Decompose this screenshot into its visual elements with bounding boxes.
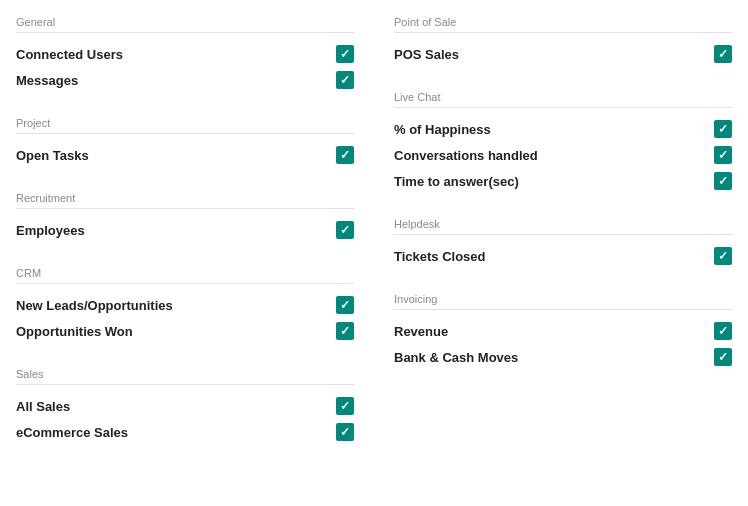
item-row: % of Happiness bbox=[394, 116, 732, 142]
item-row: Time to answer(sec) bbox=[394, 168, 732, 194]
section-project: ProjectOpen Tasks bbox=[16, 117, 354, 168]
item-row: Revenue bbox=[394, 318, 732, 344]
section-title: General bbox=[16, 16, 354, 33]
item-row: POS Sales bbox=[394, 41, 732, 67]
item-row: Employees bbox=[16, 217, 354, 243]
section-title: Helpdesk bbox=[394, 218, 732, 235]
item-row: Connected Users bbox=[16, 41, 354, 67]
checkbox-icon[interactable] bbox=[714, 120, 732, 138]
item-label: New Leads/Opportunities bbox=[16, 298, 328, 313]
checkbox-icon[interactable] bbox=[336, 221, 354, 239]
checkbox-icon[interactable] bbox=[336, 146, 354, 164]
item-label: Tickets Closed bbox=[394, 249, 706, 264]
item-label: Time to answer(sec) bbox=[394, 174, 706, 189]
section-helpdesk: HelpdeskTickets Closed bbox=[394, 218, 732, 269]
section-crm: CRMNew Leads/OpportunitiesOpportunities … bbox=[16, 267, 354, 344]
checkbox-icon[interactable] bbox=[714, 172, 732, 190]
checkbox-icon[interactable] bbox=[714, 348, 732, 366]
section-general: GeneralConnected UsersMessages bbox=[16, 16, 354, 93]
section-sales: SalesAll SaleseCommerce Sales bbox=[16, 368, 354, 445]
section-title: Sales bbox=[16, 368, 354, 385]
section-title: Live Chat bbox=[394, 91, 732, 108]
item-row: New Leads/Opportunities bbox=[16, 292, 354, 318]
checkbox-icon[interactable] bbox=[714, 322, 732, 340]
item-row: Bank & Cash Moves bbox=[394, 344, 732, 370]
section-title: Invoicing bbox=[394, 293, 732, 310]
item-label: Revenue bbox=[394, 324, 706, 339]
item-label: Open Tasks bbox=[16, 148, 328, 163]
item-label: Connected Users bbox=[16, 47, 328, 62]
checkbox-icon[interactable] bbox=[336, 45, 354, 63]
item-row: Opportunities Won bbox=[16, 318, 354, 344]
section-title: Recruitment bbox=[16, 192, 354, 209]
item-label: Opportunities Won bbox=[16, 324, 328, 339]
item-row: Tickets Closed bbox=[394, 243, 732, 269]
item-label: All Sales bbox=[16, 399, 328, 414]
item-row: Messages bbox=[16, 67, 354, 93]
item-label: Conversations handled bbox=[394, 148, 706, 163]
item-label: POS Sales bbox=[394, 47, 706, 62]
checkbox-icon[interactable] bbox=[336, 423, 354, 441]
item-row: Conversations handled bbox=[394, 142, 732, 168]
section-invoicing: InvoicingRevenueBank & Cash Moves bbox=[394, 293, 732, 370]
left-column: GeneralConnected UsersMessagesProjectOpe… bbox=[16, 16, 354, 469]
right-column: Point of SalePOS SalesLive Chat% of Happ… bbox=[394, 16, 732, 469]
item-label: % of Happiness bbox=[394, 122, 706, 137]
section-title: Project bbox=[16, 117, 354, 134]
section-recruitment: RecruitmentEmployees bbox=[16, 192, 354, 243]
checkbox-icon[interactable] bbox=[336, 397, 354, 415]
item-label: Messages bbox=[16, 73, 328, 88]
main-layout: GeneralConnected UsersMessagesProjectOpe… bbox=[16, 16, 732, 469]
section-live-chat: Live Chat% of HappinessConversations han… bbox=[394, 91, 732, 194]
section-title: CRM bbox=[16, 267, 354, 284]
checkbox-icon[interactable] bbox=[336, 296, 354, 314]
checkbox-icon[interactable] bbox=[714, 146, 732, 164]
item-row: Open Tasks bbox=[16, 142, 354, 168]
checkbox-icon[interactable] bbox=[714, 45, 732, 63]
checkbox-icon[interactable] bbox=[336, 71, 354, 89]
item-row: eCommerce Sales bbox=[16, 419, 354, 445]
checkbox-icon[interactable] bbox=[336, 322, 354, 340]
item-label: Employees bbox=[16, 223, 328, 238]
item-label: eCommerce Sales bbox=[16, 425, 328, 440]
section-title: Point of Sale bbox=[394, 16, 732, 33]
item-row: All Sales bbox=[16, 393, 354, 419]
item-label: Bank & Cash Moves bbox=[394, 350, 706, 365]
checkbox-icon[interactable] bbox=[714, 247, 732, 265]
section-point-of-sale: Point of SalePOS Sales bbox=[394, 16, 732, 67]
